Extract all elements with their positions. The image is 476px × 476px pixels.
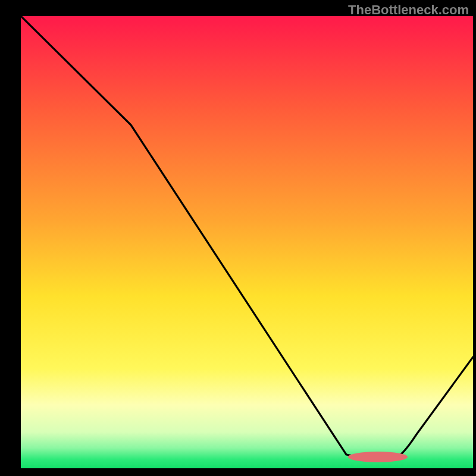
watermark-text: TheBottleneck.com xyxy=(348,2,469,18)
bottleneck-chart: TheBottleneck.com xyxy=(0,0,476,476)
optimal-range-marker xyxy=(348,452,408,462)
right-border xyxy=(473,0,476,476)
y-axis xyxy=(0,0,21,476)
x-axis xyxy=(0,468,476,476)
chart-svg xyxy=(0,0,476,476)
